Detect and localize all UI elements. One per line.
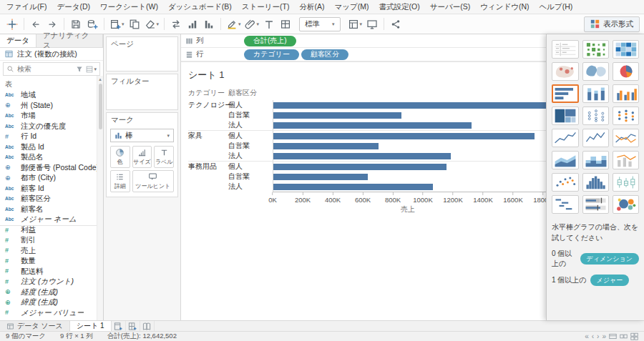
new-story-button[interactable]: [140, 321, 155, 331]
shelf-pill[interactable]: 合計(売上): [244, 36, 296, 46]
sheet-tab-active[interactable]: シート 1: [70, 321, 112, 331]
menu-item[interactable]: サーバー(S): [425, 0, 476, 14]
show-sheet-sorter-icon[interactable]: [630, 332, 638, 340]
showme-stacked-bars-thumbnail[interactable]: [582, 84, 609, 103]
mark-type-dropdown[interactable]: 棒 ▾: [110, 129, 174, 142]
segment-label[interactable]: 個人: [228, 131, 273, 141]
view-options-icon[interactable]: ▾: [86, 66, 97, 73]
fields-scrollbar[interactable]: ▲: [97, 76, 103, 320]
field-item[interactable]: Abc製品名: [0, 152, 103, 163]
showme-packed-bubbles-thumbnail[interactable]: [613, 195, 639, 214]
bar-mark[interactable]: [273, 184, 433, 190]
bar-mark[interactable]: [273, 153, 451, 159]
marks-size-button[interactable]: サイズ: [132, 146, 152, 168]
field-item[interactable]: #数量: [0, 256, 103, 267]
showme-text-table-thumbnail[interactable]: [552, 40, 579, 59]
show-hide-cards-button[interactable]: ▾: [346, 16, 364, 32]
show-mark-labels-button[interactable]: [261, 16, 277, 32]
header-segment[interactable]: 顧客区分: [228, 88, 273, 98]
redo-button[interactable]: [44, 16, 60, 32]
marks-tooltip-button[interactable]: ツールヒント: [132, 170, 174, 192]
next-sheet-icon[interactable]: ›: [597, 332, 599, 340]
x-axis-title[interactable]: 売上: [401, 204, 415, 214]
show-tabs-icon[interactable]: [609, 332, 617, 340]
bar-mark[interactable]: [273, 102, 552, 109]
bar-mark[interactable]: [273, 122, 472, 129]
last-sheet-icon[interactable]: »: [602, 332, 606, 340]
field-item[interactable]: #売上: [0, 246, 103, 257]
filter-icon[interactable]: [76, 66, 83, 73]
showme-highlight-table-thumbnail[interactable]: [613, 40, 639, 59]
bar-mark[interactable]: [273, 164, 447, 170]
segment-label[interactable]: 法人: [228, 182, 273, 192]
showme-side-by-side-bars-thumbnail[interactable]: [613, 84, 639, 103]
field-item[interactable]: #行 Id: [0, 132, 103, 142]
showme-filled-map-thumbnail[interactable]: [582, 62, 609, 81]
filters-card[interactable]: フィルター: [106, 74, 178, 110]
scrollbar-thumb[interactable]: [99, 84, 102, 129]
field-item[interactable]: #メジャー バリュー: [0, 308, 103, 319]
menu-item[interactable]: ダッシュボード(B): [163, 0, 237, 14]
sort-ascending-button[interactable]: [185, 16, 200, 32]
showme-treemap-thumbnail[interactable]: [552, 107, 579, 125]
showme-discrete-area-thumbnail[interactable]: [582, 151, 609, 169]
bar-mark[interactable]: [273, 174, 368, 180]
marks-color-button[interactable]: 色: [110, 146, 130, 168]
showme-histogram-thumbnail[interactable]: [582, 173, 609, 192]
bar-mark[interactable]: [273, 112, 401, 119]
category-label[interactable]: テクノロジー: [188, 100, 228, 110]
showme-heat-map-thumbnail[interactable]: [582, 40, 609, 59]
marks-label-button[interactable]: ラベル: [154, 146, 174, 168]
showme-continuous-lines-thumbnail[interactable]: [552, 129, 579, 147]
first-sheet-icon[interactable]: «: [585, 332, 589, 340]
duplicate-sheet-button[interactable]: [127, 16, 142, 32]
showme-scatter-plot-thumbnail[interactable]: [552, 173, 579, 192]
showme-dual-lines-thumbnail[interactable]: [613, 129, 639, 147]
menu-item[interactable]: ファイル(F): [1, 0, 52, 14]
showme-circle-views-thumbnail[interactable]: [582, 107, 609, 125]
sort-descending-button[interactable]: [201, 16, 217, 32]
bar-mark[interactable]: [273, 143, 379, 149]
field-item[interactable]: ⊕郵便番号 (Postal Code): [0, 163, 103, 174]
field-item[interactable]: Abcメジャー ネーム: [0, 214, 103, 225]
shelf-pill[interactable]: 顧客区分: [301, 49, 348, 60]
field-item[interactable]: ⊕経度 (生成): [0, 287, 103, 298]
tab-analytics[interactable]: アナリティクス: [36, 34, 103, 47]
menu-item[interactable]: ウィンドウ(N): [475, 0, 534, 14]
datasource-tab[interactable]: データ ソース: [0, 321, 70, 331]
show-filmstrip-icon[interactable]: [620, 332, 628, 340]
showme-dual-combination-thumbnail[interactable]: [613, 151, 639, 169]
field-item[interactable]: ⊕都市 (City): [0, 173, 103, 184]
save-button[interactable]: [68, 16, 84, 32]
field-item[interactable]: #配送料: [0, 267, 103, 277]
fix-axes-button[interactable]: [278, 16, 293, 32]
menu-item[interactable]: 分析(A): [295, 0, 330, 14]
menu-item[interactable]: 書式設定(O): [374, 0, 425, 14]
segment-label[interactable]: 自営業: [228, 110, 273, 120]
pages-card[interactable]: ページ: [106, 36, 178, 71]
menu-item[interactable]: ワークシート(W): [95, 0, 163, 14]
showme-bullet-graph-thumbnail[interactable]: [582, 195, 609, 214]
fit-mode-select[interactable]: 標準▾: [299, 17, 341, 31]
segment-label[interactable]: 法人: [228, 120, 273, 130]
field-item[interactable]: Abc顧客 Id: [0, 184, 103, 194]
scroll-up-icon[interactable]: ▲: [97, 76, 103, 81]
header-category[interactable]: カテゴリー: [188, 88, 228, 98]
field-item[interactable]: ⊕州 (State): [0, 101, 103, 112]
new-dashboard-button[interactable]: [126, 321, 140, 331]
menu-item[interactable]: データ(D): [52, 0, 95, 14]
menu-item[interactable]: ヘルプ(H): [534, 0, 577, 14]
group-members-button[interactable]: ▾: [243, 16, 261, 32]
new-worksheet-button[interactable]: [112, 321, 126, 331]
segment-label[interactable]: 自営業: [228, 141, 273, 151]
category-label[interactable]: 家具: [188, 131, 228, 141]
menu-item[interactable]: ストーリー(T): [237, 0, 295, 14]
highlight-button[interactable]: ▾: [225, 16, 243, 32]
field-item[interactable]: Abc注文の優先度: [0, 122, 103, 132]
share-button[interactable]: [388, 16, 404, 32]
presentation-mode-button[interactable]: [364, 16, 380, 32]
showme-horizontal-bars-thumbnail[interactable]: [552, 84, 579, 103]
segment-label[interactable]: 法人: [228, 151, 273, 161]
undo-button[interactable]: [28, 16, 44, 32]
previous-sheet-icon[interactable]: ‹: [592, 332, 594, 340]
